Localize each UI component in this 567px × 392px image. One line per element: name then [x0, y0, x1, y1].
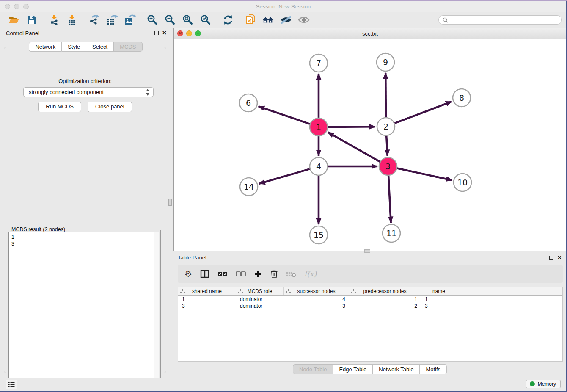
graph-node-14[interactable]: 14 [240, 178, 258, 196]
graph-node-3[interactable]: 3 [379, 157, 397, 175]
vertical-splitter-handle[interactable] [168, 199, 172, 206]
control-panel: Control Panel ✕ NetworkStyleSelectMCDS O… [0, 28, 171, 378]
column-header-name[interactable]: name [421, 287, 457, 295]
network-maximize-button[interactable]: + [195, 30, 201, 36]
clone-network-icon[interactable] [244, 14, 257, 26]
graph-edge-4-14[interactable] [259, 169, 310, 184]
tab-node-table[interactable]: Node Table [293, 364, 333, 374]
svg-text:8: 8 [459, 93, 464, 102]
graph-node-2[interactable]: 2 [377, 118, 395, 135]
float-table-panel-icon[interactable] [549, 256, 553, 260]
column-header-predecessor-nodes[interactable]: predecessor nodes [349, 287, 421, 295]
graph-edge-3-1[interactable] [328, 132, 380, 162]
column-header-successor-nodes[interactable]: successor nodes [284, 287, 349, 295]
network-close-button[interactable]: ✕ [177, 30, 183, 36]
tab-motifs[interactable]: Motifs [420, 364, 447, 374]
cell-predecessor-nodes[interactable]: 2 [349, 303, 421, 309]
hide-selected-eye-icon[interactable] [280, 14, 292, 26]
delete-column-trash-icon[interactable] [270, 268, 278, 280]
graph-edge-2-9[interactable] [385, 73, 386, 117]
graph-node-10[interactable]: 10 [454, 174, 471, 191]
save-session-icon[interactable] [25, 14, 38, 26]
horizontal-splitter-handle[interactable] [364, 249, 370, 253]
graph-edge-1-2[interactable] [328, 127, 375, 127]
table-row[interactable]: 1dominator411 [178, 296, 562, 303]
memory-status-icon [530, 381, 535, 386]
table-toolbar: ⚙ f(x) [178, 265, 563, 283]
export-image-icon[interactable] [124, 14, 136, 26]
zoom-window-button[interactable] [23, 4, 29, 9]
graph-node-6[interactable]: 6 [239, 94, 257, 112]
cell-shared-name[interactable]: 3 [178, 303, 236, 309]
delete-table-icon[interactable] [286, 268, 296, 280]
cell-name[interactable]: 1 [421, 296, 457, 302]
svg-text:15: 15 [314, 230, 324, 240]
cell-successor-nodes[interactable]: 4 [284, 296, 349, 302]
cell-successor-nodes[interactable]: 3 [284, 303, 349, 309]
graph-node-1[interactable]: 1 [310, 118, 328, 136]
show-columns-icon[interactable] [200, 268, 209, 280]
float-panel-icon[interactable] [154, 31, 159, 35]
graph-node-15[interactable]: 15 [310, 226, 328, 244]
network-canvas[interactable]: 7968124314101511 [174, 39, 566, 251]
tab-select[interactable]: Select [86, 42, 114, 52]
graph-node-8[interactable]: 8 [453, 89, 471, 107]
graph-edge-2-3[interactable] [386, 136, 388, 156]
column-header-MCDS-role[interactable]: MCDS role [236, 287, 284, 295]
tab-network-table[interactable]: Network Table [373, 364, 420, 374]
import-table-icon[interactable] [66, 14, 78, 26]
zoom-out-icon[interactable] [164, 14, 176, 26]
open-session-icon[interactable] [8, 14, 20, 26]
home-icon[interactable] [262, 14, 275, 26]
graph-node-9[interactable]: 9 [377, 53, 394, 71]
criterion-dropdown[interactable]: strongly connected component [23, 87, 154, 97]
graph-edge-3-10[interactable] [397, 168, 452, 180]
deselect-all-rows-icon[interactable] [236, 268, 246, 280]
search-input[interactable] [451, 17, 558, 23]
close-panel-button[interactable]: Close panel [88, 102, 132, 112]
graph-edge-1-6[interactable] [259, 106, 310, 124]
result-scrollbar[interactable] [154, 232, 159, 389]
cell-predecessor-nodes[interactable]: 1 [349, 296, 421, 302]
zoom-in-icon[interactable] [146, 14, 159, 26]
function-builder-icon[interactable]: f(x) [304, 268, 317, 280]
close-window-button[interactable] [5, 4, 10, 9]
run-mcds-button[interactable]: Run MCDS [38, 102, 81, 112]
search-box[interactable] [438, 15, 562, 25]
graph-node-7[interactable]: 7 [310, 54, 328, 72]
tab-edge-table[interactable]: Edge Table [333, 364, 373, 374]
graph-node-4[interactable]: 4 [310, 157, 328, 175]
criterion-value: strongly connected component [29, 89, 104, 95]
task-history-button[interactable] [6, 380, 17, 389]
tab-style[interactable]: Style [62, 42, 86, 52]
cell-name[interactable]: 3 [421, 303, 457, 309]
refresh-icon[interactable] [222, 14, 234, 26]
tab-mcds[interactable]: MCDS [114, 42, 142, 52]
table-settings-gear-icon[interactable]: ⚙ [184, 268, 192, 280]
close-table-panel-icon[interactable]: ✕ [557, 255, 562, 260]
add-column-icon[interactable] [254, 268, 262, 280]
tab-network[interactable]: Network [29, 42, 62, 52]
network-minimize-button[interactable]: – [186, 30, 192, 36]
table-row[interactable]: 3dominator323 [178, 303, 562, 309]
mcds-result-list: 1 3 [8, 232, 159, 389]
export-network-icon[interactable] [88, 14, 101, 26]
table-tabs: Node TableEdge TableNetwork TableMotifs [173, 364, 566, 374]
svg-text:2: 2 [383, 122, 388, 131]
minimize-window-button[interactable] [14, 4, 19, 9]
close-panel-icon[interactable]: ✕ [162, 30, 167, 36]
import-network-icon[interactable] [48, 14, 61, 26]
zoom-fit-icon[interactable] [182, 14, 194, 26]
graph-node-11[interactable]: 11 [383, 224, 400, 242]
cell-shared-name[interactable]: 1 [178, 296, 236, 302]
cell-MCDS-role[interactable]: dominator [236, 303, 284, 309]
show-all-eye-icon[interactable] [297, 14, 310, 26]
graph-edge-3-11[interactable] [388, 176, 391, 223]
column-header-shared-name[interactable]: shared name [178, 287, 236, 295]
select-all-rows-icon[interactable] [217, 268, 228, 280]
graph-edge-2-8[interactable] [395, 102, 452, 123]
zoom-selected-icon[interactable] [199, 14, 212, 26]
cell-MCDS-role[interactable]: dominator [236, 296, 284, 302]
export-table-icon[interactable] [106, 14, 118, 26]
memory-button[interactable]: Memory [526, 380, 561, 388]
